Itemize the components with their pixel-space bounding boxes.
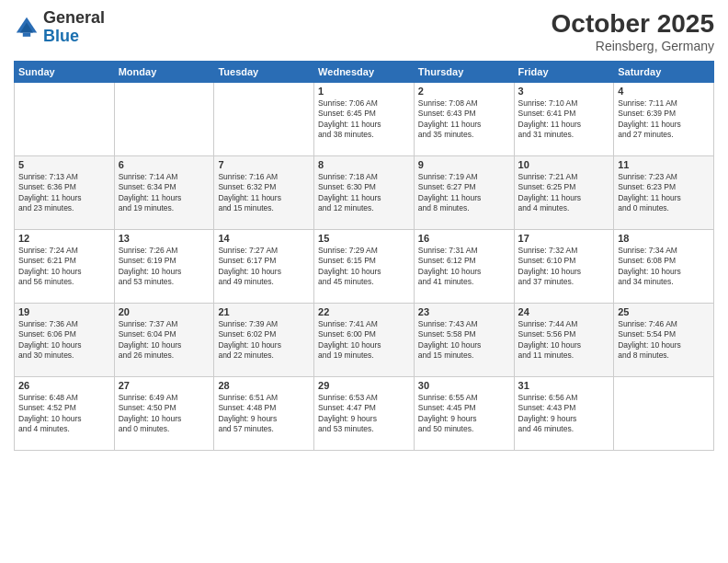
calendar-day-cell: 9Sunrise: 7:19 AM Sunset: 6:27 PM Daylig… xyxy=(414,156,514,230)
day-info: Sunrise: 6:55 AM Sunset: 4:45 PM Dayligh… xyxy=(418,393,510,435)
day-info: Sunrise: 7:16 AM Sunset: 6:32 PM Dayligh… xyxy=(218,172,310,214)
day-info: Sunrise: 6:53 AM Sunset: 4:47 PM Dayligh… xyxy=(318,393,410,435)
calendar-day-cell: 31Sunrise: 6:56 AM Sunset: 4:43 PM Dayli… xyxy=(514,377,614,451)
logo-blue-text: Blue xyxy=(43,27,79,45)
calendar-day-cell: 22Sunrise: 7:41 AM Sunset: 6:00 PM Dayli… xyxy=(314,304,415,377)
header-day: Thursday xyxy=(414,62,514,83)
header: General Blue October 2025 Reinsberg, Ger… xyxy=(14,9,714,53)
logo-icon xyxy=(14,15,40,40)
day-number: 20 xyxy=(119,306,210,317)
day-number: 26 xyxy=(18,380,110,391)
day-number: 27 xyxy=(119,380,210,391)
day-info: Sunrise: 7:24 AM Sunset: 6:21 PM Dayligh… xyxy=(18,246,110,288)
day-info: Sunrise: 7:10 AM Sunset: 6:41 PM Dayligh… xyxy=(518,98,610,141)
day-number: 30 xyxy=(418,380,510,391)
calendar-day-cell: 21Sunrise: 7:39 AM Sunset: 6:02 PM Dayli… xyxy=(214,304,314,377)
header-day: Sunday xyxy=(15,62,115,83)
day-number: 1 xyxy=(318,86,410,97)
day-number: 24 xyxy=(518,306,610,317)
calendar-day-cell: 30Sunrise: 6:55 AM Sunset: 4:45 PM Dayli… xyxy=(414,377,514,451)
calendar-day-cell: 25Sunrise: 7:46 AM Sunset: 5:54 PM Dayli… xyxy=(614,304,714,377)
calendar-day-cell: 16Sunrise: 7:31 AM Sunset: 6:12 PM Dayli… xyxy=(414,230,514,304)
day-number: 13 xyxy=(119,233,210,244)
calendar-day-cell: 8Sunrise: 7:18 AM Sunset: 6:30 PM Daylig… xyxy=(314,156,415,230)
calendar-day-cell: 6Sunrise: 7:14 AM Sunset: 6:34 PM Daylig… xyxy=(114,156,214,230)
calendar-day-cell xyxy=(614,377,714,451)
day-number: 16 xyxy=(418,233,510,244)
header-row: SundayMondayTuesdayWednesdayThursdayFrid… xyxy=(15,62,714,83)
calendar-subtitle: Reinsberg, Germany xyxy=(552,39,714,53)
day-info: Sunrise: 6:49 AM Sunset: 4:50 PM Dayligh… xyxy=(119,393,210,435)
calendar-day-cell: 13Sunrise: 7:26 AM Sunset: 6:19 PM Dayli… xyxy=(114,230,214,304)
day-info: Sunrise: 7:18 AM Sunset: 6:30 PM Dayligh… xyxy=(318,172,410,214)
day-number: 31 xyxy=(518,380,610,391)
day-number: 4 xyxy=(618,86,710,97)
logo: General Blue xyxy=(14,9,105,46)
day-number: 18 xyxy=(618,233,710,244)
day-info: Sunrise: 7:44 AM Sunset: 5:56 PM Dayligh… xyxy=(518,319,610,362)
header-day: Saturday xyxy=(614,62,714,83)
day-info: Sunrise: 7:41 AM Sunset: 6:00 PM Dayligh… xyxy=(318,319,410,362)
calendar-body: 1Sunrise: 7:06 AM Sunset: 6:45 PM Daylig… xyxy=(15,83,714,451)
calendar-header: SundayMondayTuesdayWednesdayThursdayFrid… xyxy=(15,62,714,83)
calendar-day-cell: 12Sunrise: 7:24 AM Sunset: 6:21 PM Dayli… xyxy=(15,230,115,304)
day-number: 6 xyxy=(119,159,210,170)
day-info: Sunrise: 7:11 AM Sunset: 6:39 PM Dayligh… xyxy=(618,98,710,141)
day-number: 14 xyxy=(218,233,310,244)
day-info: Sunrise: 7:19 AM Sunset: 6:27 PM Dayligh… xyxy=(418,172,510,214)
day-info: Sunrise: 7:43 AM Sunset: 5:58 PM Dayligh… xyxy=(418,319,510,362)
day-info: Sunrise: 7:06 AM Sunset: 6:45 PM Dayligh… xyxy=(318,98,410,141)
calendar-day-cell: 5Sunrise: 7:13 AM Sunset: 6:36 PM Daylig… xyxy=(15,156,115,230)
day-info: Sunrise: 7:27 AM Sunset: 6:17 PM Dayligh… xyxy=(218,246,310,288)
calendar-day-cell xyxy=(214,83,314,156)
day-info: Sunrise: 6:51 AM Sunset: 4:48 PM Dayligh… xyxy=(218,393,310,435)
calendar-day-cell: 1Sunrise: 7:06 AM Sunset: 6:45 PM Daylig… xyxy=(314,83,415,156)
calendar-day-cell: 15Sunrise: 7:29 AM Sunset: 6:15 PM Dayli… xyxy=(314,230,415,304)
day-number: 25 xyxy=(618,306,710,317)
day-number: 9 xyxy=(418,159,510,170)
calendar-title: October 2025 xyxy=(552,9,714,39)
calendar-day-cell xyxy=(15,83,115,156)
day-number: 15 xyxy=(318,233,410,244)
header-day: Wednesday xyxy=(314,62,415,83)
day-info: Sunrise: 7:13 AM Sunset: 6:36 PM Dayligh… xyxy=(18,172,110,214)
day-number: 2 xyxy=(418,86,510,97)
svg-rect-2 xyxy=(23,32,30,36)
day-info: Sunrise: 7:08 AM Sunset: 6:43 PM Dayligh… xyxy=(418,98,510,141)
calendar-day-cell: 20Sunrise: 7:37 AM Sunset: 6:04 PM Dayli… xyxy=(114,304,214,377)
day-info: Sunrise: 6:56 AM Sunset: 4:43 PM Dayligh… xyxy=(518,393,610,435)
calendar-day-cell: 24Sunrise: 7:44 AM Sunset: 5:56 PM Dayli… xyxy=(514,304,614,377)
logo-general-text: General xyxy=(43,8,105,27)
day-info: Sunrise: 7:37 AM Sunset: 6:04 PM Dayligh… xyxy=(119,319,210,362)
day-info: Sunrise: 7:36 AM Sunset: 6:06 PM Dayligh… xyxy=(18,319,110,362)
day-number: 19 xyxy=(18,306,110,317)
calendar-week-row: 5Sunrise: 7:13 AM Sunset: 6:36 PM Daylig… xyxy=(15,156,714,230)
title-block: October 2025 Reinsberg, Germany xyxy=(552,9,714,53)
day-info: Sunrise: 7:32 AM Sunset: 6:10 PM Dayligh… xyxy=(518,246,610,288)
day-info: Sunrise: 7:31 AM Sunset: 6:12 PM Dayligh… xyxy=(418,246,510,288)
calendar-week-row: 12Sunrise: 7:24 AM Sunset: 6:21 PM Dayli… xyxy=(15,230,714,304)
calendar-day-cell: 14Sunrise: 7:27 AM Sunset: 6:17 PM Dayli… xyxy=(214,230,314,304)
calendar-week-row: 19Sunrise: 7:36 AM Sunset: 6:06 PM Dayli… xyxy=(15,304,714,377)
header-day: Tuesday xyxy=(214,62,314,83)
day-info: Sunrise: 6:48 AM Sunset: 4:52 PM Dayligh… xyxy=(18,393,110,435)
calendar-day-cell: 11Sunrise: 7:23 AM Sunset: 6:23 PM Dayli… xyxy=(614,156,714,230)
calendar-day-cell: 4Sunrise: 7:11 AM Sunset: 6:39 PM Daylig… xyxy=(614,83,714,156)
calendar-day-cell xyxy=(114,83,214,156)
day-info: Sunrise: 7:21 AM Sunset: 6:25 PM Dayligh… xyxy=(518,172,610,214)
day-number: 21 xyxy=(218,306,310,317)
day-number: 11 xyxy=(618,159,710,170)
day-number: 7 xyxy=(218,159,310,170)
page: General Blue October 2025 Reinsberg, Ger… xyxy=(0,0,728,563)
day-number: 29 xyxy=(318,380,410,391)
day-number: 23 xyxy=(418,306,510,317)
day-info: Sunrise: 7:23 AM Sunset: 6:23 PM Dayligh… xyxy=(618,172,710,214)
calendar-day-cell: 28Sunrise: 6:51 AM Sunset: 4:48 PM Dayli… xyxy=(214,377,314,451)
calendar-day-cell: 10Sunrise: 7:21 AM Sunset: 6:25 PM Dayli… xyxy=(514,156,614,230)
calendar-day-cell: 29Sunrise: 6:53 AM Sunset: 4:47 PM Dayli… xyxy=(314,377,415,451)
day-number: 12 xyxy=(18,233,110,244)
day-info: Sunrise: 7:14 AM Sunset: 6:34 PM Dayligh… xyxy=(119,172,210,214)
calendar-day-cell: 7Sunrise: 7:16 AM Sunset: 6:32 PM Daylig… xyxy=(214,156,314,230)
day-number: 3 xyxy=(518,86,610,97)
calendar-day-cell: 19Sunrise: 7:36 AM Sunset: 6:06 PM Dayli… xyxy=(15,304,115,377)
